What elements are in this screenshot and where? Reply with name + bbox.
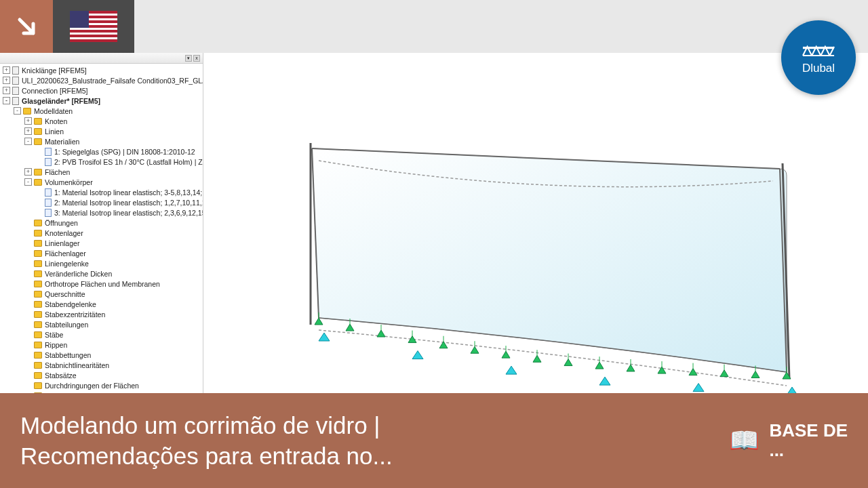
tree-item[interactable]: +Knoten	[0, 116, 203, 126]
tree-item[interactable]: Stabnichtlinearitäten	[0, 360, 203, 370]
tree-item-label: Liniengelenke	[45, 260, 89, 268]
caption-side-label: BASE DE ...	[769, 421, 848, 460]
tree-item-label: Stäbe	[45, 331, 63, 339]
nav-close-icon[interactable]: x	[193, 55, 200, 62]
tree-item[interactable]: Stabsätze	[0, 370, 203, 380]
tree-item[interactable]: +Linien	[0, 126, 203, 136]
tree-item-label: Öffnungen	[45, 219, 78, 227]
tree-item[interactable]: Stabendgelenke	[0, 299, 203, 309]
folder-icon	[34, 250, 42, 257]
tree-item-label: 2: Material Isotrop linear elastisch; 1,…	[54, 199, 203, 207]
folder-icon	[34, 128, 42, 135]
tree-item[interactable]: Veränderliche Dicken	[0, 268, 203, 279]
folder-icon	[34, 291, 42, 298]
tree-item[interactable]: +Connection [RFEM5]	[0, 85, 203, 96]
file-icon	[45, 209, 52, 217]
tree-item-label: Stabbettungen	[45, 351, 91, 359]
tree-item-label: 1: Spiegelglas (SPG) | DIN 18008-1:2010-…	[54, 148, 195, 156]
tree-item-label: Knotenlager	[45, 229, 83, 237]
tree-item[interactable]: Öffnungen	[0, 218, 203, 228]
tree-item-label: Modelldaten	[34, 107, 73, 115]
tree-item-label: Querschnitte	[45, 290, 85, 298]
tree-item[interactable]: Stabteilungen	[0, 319, 203, 329]
folder-icon	[34, 179, 42, 186]
book-icon: 📖	[729, 426, 760, 455]
tree-item-label: Knicklänge [RFEM5]	[22, 66, 87, 75]
tree-item[interactable]: 2: Material Isotrop linear elastisch; 1,…	[0, 197, 203, 207]
file-icon	[45, 199, 52, 207]
doc-icon	[12, 66, 19, 75]
tree-item[interactable]: +Knicklänge [RFEM5]	[0, 65, 203, 75]
file-icon	[45, 158, 52, 166]
nav-panel-header: ▾ x	[0, 53, 203, 64]
tree-item[interactable]: -Modelldaten	[0, 106, 203, 116]
folder-icon	[34, 342, 42, 348]
tree-item-label: Stabexzentrizitäten	[45, 310, 105, 319]
tree-item[interactable]: -Glasgeländer* [RFEM5]	[0, 96, 203, 106]
folder-icon	[34, 240, 42, 247]
tree-item-label: 2: PVB Trosifol ES 1h / 30°C (Lastfall H…	[54, 158, 203, 166]
folder-icon	[23, 108, 31, 115]
tree-item-label: Stabnichtlinearitäten	[45, 361, 109, 369]
tree-item[interactable]: 2: PVB Trosifol ES 1h / 30°C (Lastfall H…	[0, 157, 203, 167]
caption-bar: Modelando um corrimão de vidro | Recomen…	[0, 393, 868, 488]
tree-item[interactable]: Stabbettungen	[0, 350, 203, 360]
tree-item[interactable]: 3: Material Isotrop linear elastisch; 2,…	[0, 207, 203, 218]
tree-item[interactable]: 1: Spiegelglas (SPG) | DIN 18008-1:2010-…	[0, 146, 203, 157]
tree-item[interactable]: -Materialien	[0, 136, 203, 146]
folder-icon	[34, 270, 42, 277]
tree-item[interactable]: Liniengelenke	[0, 258, 203, 268]
tree-item-label: ULI_20200623_Balustrade_Failsafe Conditi…	[22, 77, 203, 85]
tree-item-label: 3: Material Isotrop linear elastisch; 2,…	[54, 209, 203, 217]
folder-icon	[34, 118, 42, 125]
tree-item-label: Veränderliche Dicken	[45, 270, 112, 278]
folder-icon	[34, 382, 42, 389]
tree-item-label: Glasgeländer* [RFEM5]	[22, 97, 100, 105]
tree-item-label: Knoten	[45, 117, 67, 125]
tree-item[interactable]: Orthotrope Flächen und Membranen	[0, 279, 203, 289]
tree-item[interactable]: -Volumenkörper	[0, 177, 203, 187]
tree-item[interactable]: +Flächen	[0, 167, 203, 177]
tree-item-label: Durchdringungen der Flächen	[45, 382, 139, 390]
tree-item-label: Flächen	[45, 168, 70, 176]
tree-item[interactable]: Rippen	[0, 340, 203, 350]
language-flag[interactable]	[53, 0, 134, 53]
tree-item-label: Volumenkörper	[45, 178, 93, 186]
tree-item[interactable]: 1: Material Isotrop linear elastisch; 3-…	[0, 187, 203, 197]
doc-icon	[12, 77, 19, 85]
tree-item-label: Orthotrope Flächen und Membranen	[45, 280, 160, 288]
tree-item-label: Rippen	[45, 341, 67, 349]
file-icon	[45, 148, 52, 156]
tree-item[interactable]: Stäbe	[0, 329, 203, 340]
nav-pin-icon[interactable]: ▾	[185, 55, 192, 62]
folder-icon	[34, 230, 42, 237]
us-flag-icon	[70, 11, 117, 42]
doc-icon	[12, 97, 19, 105]
tree-item[interactable]: Knotenlager	[0, 228, 203, 238]
tree-item[interactable]: +ULI_20200623_Balustrade_Failsafe Condit…	[0, 75, 203, 85]
top-header	[0, 0, 868, 53]
folder-icon	[34, 220, 42, 226]
folder-icon	[34, 301, 42, 308]
tree-item-label: Connection [RFEM5]	[22, 87, 87, 95]
tree-item-label: Linien	[45, 127, 64, 136]
dlubal-badge: Dlubal	[781, 20, 856, 95]
tree-item-label: Stabendgelenke	[45, 300, 96, 308]
folder-icon	[34, 260, 42, 267]
caption-title: Modelando um corrimão de vidro | Recomen…	[20, 410, 715, 472]
tree-item[interactable]: Durchdringungen der Flächen	[0, 380, 203, 390]
tree-item[interactable]: Stabexzentrizitäten	[0, 309, 203, 319]
corner-badge	[0, 0, 53, 53]
file-icon	[45, 188, 52, 197]
tree-item-label: Stabsätze	[45, 371, 77, 380]
tree-item[interactable]: Linienlager	[0, 238, 203, 248]
folder-icon	[34, 362, 42, 369]
tree-item-label: Materialien	[45, 138, 79, 146]
tree-item[interactable]: Flächenlager	[0, 248, 203, 258]
folder-icon	[34, 138, 42, 145]
folder-icon	[34, 321, 42, 328]
arrow-down-right-icon	[13, 13, 40, 40]
tree-item[interactable]: Querschnitte	[0, 289, 203, 299]
folder-icon	[34, 281, 42, 287]
folder-icon	[34, 372, 42, 379]
